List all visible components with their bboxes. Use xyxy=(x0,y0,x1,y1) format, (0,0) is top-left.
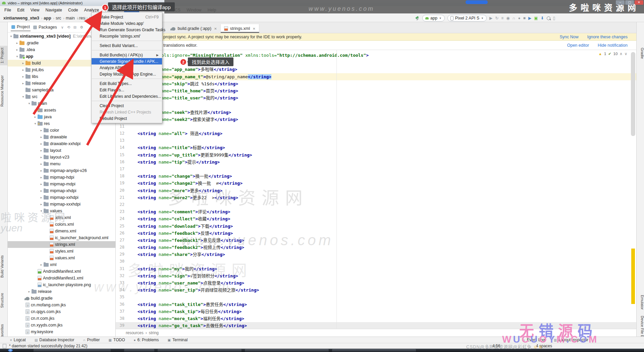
menu-item-make-project[interactable]: Make ProjectCtrl+F9 xyxy=(92,14,162,20)
run-button[interactable]: ▶ xyxy=(489,16,492,20)
chevron-expanded-icon[interactable]: ▾ xyxy=(9,35,13,38)
taskbar-button[interactable] xyxy=(245,349,329,352)
start-button[interactable] xyxy=(8,349,13,352)
taskbar-button[interactable] xyxy=(332,349,416,352)
chevron-collapsed-icon[interactable]: ▸ xyxy=(21,75,25,78)
menu-item-run-generate-sources-gradle-tasks[interactable]: Run Generate Sources Gradle Tasks xyxy=(92,27,162,33)
tree-item-cn-mofang-com-jks[interactable]: cn.mofang.com.jks xyxy=(7,302,115,308)
menu-item-rebuild-project[interactable]: Rebuild Project xyxy=(92,115,162,122)
build-hammer-icon[interactable] xyxy=(415,16,420,20)
banner-action-open-editor[interactable]: Open editor xyxy=(567,43,589,48)
chevron-collapsed-icon[interactable]: ▸ xyxy=(21,82,25,85)
chevron-collapsed-icon[interactable]: ▸ xyxy=(21,68,25,72)
close-button[interactable]: ✕ xyxy=(635,0,643,5)
chevron-expanded-icon[interactable]: ▾ xyxy=(27,102,32,105)
tab-close-icon[interactable]: ✕ xyxy=(214,27,217,31)
inspections-widget[interactable]: ▲ 1 ✔ 10 ∧ ∨ xyxy=(598,51,627,56)
tree-item-styles-xml[interactable]: styles.xml xyxy=(7,248,115,255)
tree-item-color[interactable]: ▸color xyxy=(7,127,115,134)
chevron-expanded-icon[interactable]: ▾ xyxy=(33,122,38,125)
bookmark-icon[interactable]: ▯ xyxy=(553,16,555,20)
tree-item-cn-rr-com-jks[interactable]: cn.rr.com.jks xyxy=(7,315,115,322)
tree-item-layout[interactable]: ▸layout xyxy=(7,147,115,154)
chevron-collapsed-icon[interactable]: ▸ xyxy=(39,263,44,266)
chevron-expanded-icon[interactable]: ▾ xyxy=(15,55,19,58)
menu-item-recompile-strings-xml-[interactable]: Recompile 'strings.xml' xyxy=(92,33,162,39)
tree-item-ic-launcher-playstore-png[interactable]: ic_launcher-playstore.png xyxy=(7,281,115,288)
menu-item-build-bundle-s-apk-s-[interactable]: Build Bundle(s) / APK(s)▶ xyxy=(92,52,162,58)
toolwindow-button-profiler[interactable]: ∩Profiler xyxy=(83,338,100,342)
banner-action-hide-notification[interactable]: Hide notification xyxy=(598,43,628,48)
tool-strip-1-project[interactable]: 1: Project xyxy=(0,46,7,65)
tree-item-release[interactable]: ▸release xyxy=(7,288,115,295)
chevron-collapsed-icon[interactable]: ▸ xyxy=(39,156,44,159)
tree-item-AndroidManifest-xml[interactable]: AndroidManifest.xml xyxy=(7,268,115,275)
tree-item-AndroidManifest1-xml[interactable]: AndroidManifest1.xml xyxy=(7,275,115,281)
profile-button[interactable]: ∩ xyxy=(513,16,516,20)
tree-item-attrs-xml[interactable]: attrs.xml xyxy=(7,214,115,221)
chevron-expanded-icon[interactable]: ▾ xyxy=(21,95,25,98)
device-manager-icon[interactable]: ▣ xyxy=(534,16,538,20)
tool-strip-gradle[interactable]: Gradle xyxy=(637,46,644,61)
chevron-collapsed-icon[interactable]: ▸ xyxy=(33,115,38,119)
prev-issue-icon[interactable]: ∧ xyxy=(620,51,622,56)
device-selector[interactable]: Pixel 2 API S ▼ xyxy=(447,15,487,21)
banner-action-ignore-these-changes[interactable]: Ignore these changes xyxy=(587,35,628,39)
chevron-collapsed-icon[interactable]: ▸ xyxy=(39,162,44,166)
breadcrumb-item[interactable]: src xyxy=(56,16,61,20)
stop-button[interactable]: ■ xyxy=(523,16,526,20)
run-config-selector[interactable]: app ▼ xyxy=(422,15,445,21)
chevron-collapsed-icon[interactable]: ▸ xyxy=(39,142,44,145)
tree-item-xml[interactable]: ▸xml xyxy=(7,261,115,268)
toolwindow-button-logcat[interactable]: ≡Logcat xyxy=(10,338,26,342)
tree-item-mipmap-mdpi[interactable]: ▸mipmap-mdpi xyxy=(7,181,115,187)
chevron-collapsed-icon[interactable]: ▸ xyxy=(33,108,38,112)
coverage-icon[interactable]: ● xyxy=(518,16,520,20)
menu-item-generate-signed-bundle-apk-[interactable]: Generate Signed Bundle / APK... xyxy=(92,58,162,64)
toolwindow-button-database-inspector[interactable]: ▤Database Inspector xyxy=(35,338,74,342)
chevron-collapsed-icon[interactable]: ▸ xyxy=(39,203,44,206)
tree-item-mipmap-anydpi-v26[interactable]: ▸mipmap-anydpi-v26 xyxy=(7,167,115,174)
menu-item-clean-project[interactable]: Clean Project xyxy=(92,102,162,109)
chevron-collapsed-icon[interactable]: ▸ xyxy=(15,48,19,51)
tool-strip-build-variants[interactable]: Build Variants xyxy=(0,253,7,280)
tool-strip-emulator[interactable]: Emulator xyxy=(637,293,644,312)
tree-item-layout-v23[interactable]: ▸layout-v23 xyxy=(7,154,115,161)
chevron-collapsed-icon[interactable]: ▸ xyxy=(39,182,44,186)
tree-item-dimens-xml[interactable]: dimens.xml xyxy=(7,228,115,234)
collapse-all-icon[interactable]: ⊟ xyxy=(73,25,76,30)
chevron-collapsed-icon[interactable]: ▸ xyxy=(15,41,19,45)
tree-item-mipmap-xxhdpi[interactable]: ▸mipmap-xxhdpi xyxy=(7,194,115,201)
tree-item-drawable[interactable]: ▸drawable xyxy=(7,134,115,140)
taskbar-button[interactable] xyxy=(158,349,241,352)
chevron-collapsed-icon[interactable]: ▸ xyxy=(39,176,44,179)
menu-item-edit-build-types-[interactable]: Edit Build Types... xyxy=(92,80,162,87)
menu-item-make-module-video-app-[interactable]: Make Module 'video.app' xyxy=(92,20,162,27)
chevron-down-icon[interactable]: ∨ xyxy=(61,25,64,30)
chevron-collapsed-icon[interactable]: ▸ xyxy=(39,135,44,139)
tree-item-menu[interactable]: ▸menu xyxy=(7,161,115,167)
tree-item-cn-xyyds-com-jks[interactable]: cn.xyyds.com.jks xyxy=(7,322,115,328)
tab-packages[interactable]: Packages xyxy=(33,24,58,31)
tab-close-icon[interactable]: ✕ xyxy=(253,27,255,31)
menu-item-analyze-apk-[interactable]: Analyze APK... xyxy=(92,64,162,71)
taskbar-button[interactable] xyxy=(124,349,154,352)
editor-tab-build-gradle-app-[interactable]: build.gradle (:app)✕ xyxy=(168,24,220,33)
chevron-collapsed-icon[interactable]: ▸ xyxy=(39,129,44,132)
editor-breadcrumb-item[interactable]: string xyxy=(149,331,159,335)
chevron-collapsed-icon[interactable]: ▸ xyxy=(21,61,25,65)
tree-item-values-xml[interactable]: values.xml xyxy=(7,255,115,261)
search-icon[interactable] xyxy=(547,16,550,20)
next-issue-icon[interactable]: ∨ xyxy=(625,51,627,56)
chevron-collapsed-icon[interactable]: ▸ xyxy=(39,149,44,152)
chevron-collapsed-icon[interactable]: ▸ xyxy=(39,169,44,172)
editor-breadcrumb-item[interactable]: resources xyxy=(126,331,144,335)
taskbar-button[interactable] xyxy=(34,349,111,352)
tree-item-mipmap-xhdpi[interactable]: ▸mipmap-xhdpi xyxy=(7,187,115,194)
tree-item-values[interactable]: ▾values xyxy=(7,208,115,214)
menu-view[interactable]: View xyxy=(28,7,43,13)
debug-button[interactable]: ◉ xyxy=(506,16,509,20)
menu-item-deploy-module-to-app-engine-[interactable]: Deploy Module to App Engine... xyxy=(92,71,162,77)
menu-code[interactable]: Code xyxy=(65,7,81,13)
toolwindow-toggle-icon[interactable] xyxy=(3,344,6,348)
